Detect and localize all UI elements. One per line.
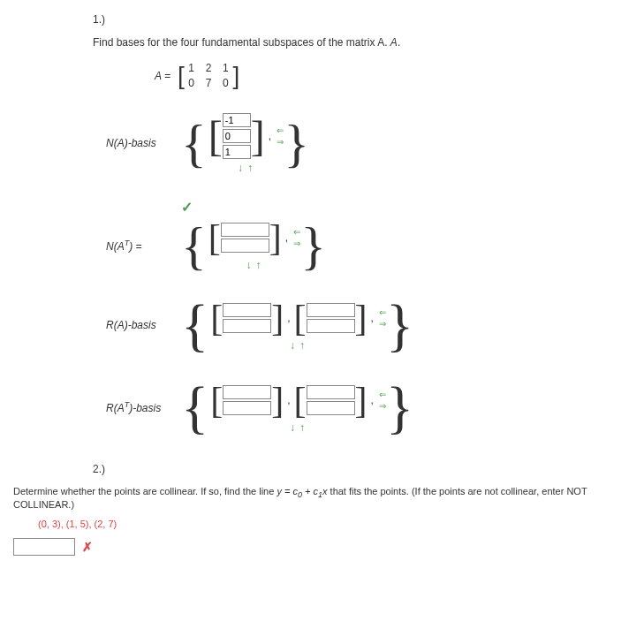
rat-basis-label: R(AT)-basis bbox=[106, 400, 181, 414]
arrow-up-icon[interactable]: ↑ bbox=[299, 339, 305, 352]
arrow-up-icon[interactable]: ↑ bbox=[247, 162, 253, 174]
bracket-left-icon: [ bbox=[178, 64, 185, 88]
arrow-left-icon[interactable]: ⇐ bbox=[293, 227, 300, 237]
matrix-definition: A = [ 1 2 1 0 7 0 ] bbox=[155, 61, 631, 91]
problem-1: 1.) Find bases for the four fundamental … bbox=[13, 13, 631, 436]
ra-v1-input-2[interactable] bbox=[223, 319, 271, 333]
na-input-1[interactable] bbox=[223, 113, 251, 127]
vec-bracket-left-icon: [ bbox=[210, 299, 223, 337]
vec-bracket-right-icon: ] bbox=[269, 219, 282, 256]
points-list: (0, 3), (1, 5), (2, 7) bbox=[38, 519, 631, 529]
curly-right-icon: } bbox=[386, 297, 413, 354]
arrow-right-icon[interactable]: ⇒ bbox=[293, 239, 300, 248]
curly-right-icon: } bbox=[386, 379, 413, 436]
arrow-down-icon[interactable]: ↓ bbox=[246, 259, 251, 271]
na-basis-label: N(A)-basis bbox=[106, 137, 181, 149]
curly-left-icon: { bbox=[181, 117, 207, 170]
vec-bracket-right-icon: ] bbox=[271, 382, 284, 419]
arrow-left-icon[interactable]: ⇐ bbox=[379, 307, 386, 317]
curly-left-icon: { bbox=[181, 219, 207, 272]
problem-1-prompt: Find bases for the four fundamental subs… bbox=[93, 36, 631, 49]
problem-2: 2.) Determine whether the points are col… bbox=[13, 463, 631, 556]
vec-bracket-left-icon: [ bbox=[294, 382, 307, 419]
arrow-up-icon[interactable]: ↑ bbox=[255, 259, 261, 271]
na-input-3[interactable] bbox=[223, 145, 251, 159]
check-icon: ✓ bbox=[181, 199, 631, 216]
ra-v2-input-2[interactable] bbox=[307, 319, 355, 333]
curly-right-icon: } bbox=[300, 219, 326, 272]
matrix-label: A = bbox=[155, 70, 170, 82]
bracket-right-icon: ] bbox=[232, 64, 239, 88]
rat-basis-row: R(AT)-basis { [ ] , [ bbox=[106, 379, 631, 436]
vec-bracket-right-icon: ] bbox=[251, 115, 265, 157]
nat-row: N(AT) = { [ ] , ⇐ ⇒ bbox=[106, 219, 631, 272]
ra-basis-row: R(A)-basis { [ ] , [ bbox=[106, 297, 631, 354]
x-icon: ✗ bbox=[82, 540, 93, 554]
arrow-right-icon[interactable]: ⇒ bbox=[379, 319, 386, 329]
problem-1-number: 1.) bbox=[93, 13, 631, 26]
rat-v1-input-2[interactable] bbox=[223, 401, 271, 415]
vec-bracket-right-icon: ] bbox=[355, 299, 367, 337]
vec-bracket-left-icon: [ bbox=[208, 115, 223, 157]
arrow-right-icon[interactable]: ⇒ bbox=[379, 401, 386, 411]
vec-bracket-left-icon: [ bbox=[208, 219, 221, 256]
vec-bracket-right-icon: ] bbox=[271, 299, 284, 337]
curly-right-icon: } bbox=[284, 117, 309, 170]
arrow-left-icon[interactable]: ⇐ bbox=[379, 390, 386, 399]
collinear-answer-input[interactable] bbox=[13, 538, 75, 556]
ra-basis-label: R(A)-basis bbox=[106, 319, 181, 331]
rat-v2-input-2[interactable] bbox=[307, 401, 355, 415]
vec-bracket-left-icon: [ bbox=[294, 299, 307, 337]
problem-2-prompt: Determine whether the points are colline… bbox=[13, 486, 631, 510]
vec-bracket-right-icon: ] bbox=[355, 382, 367, 419]
vec-bracket-left-icon: [ bbox=[210, 382, 223, 419]
rat-v1-input-1[interactable] bbox=[223, 385, 271, 399]
arrow-down-icon[interactable]: ↓ bbox=[290, 421, 295, 434]
ra-v1-input-1[interactable] bbox=[223, 303, 271, 317]
equation-text: y = c0 + c1x bbox=[277, 486, 327, 496]
curly-left-icon: { bbox=[181, 379, 208, 436]
nat-label: N(AT) = bbox=[106, 239, 181, 253]
curly-left-icon: { bbox=[181, 297, 208, 354]
arrow-left-icon[interactable]: ⇐ bbox=[277, 125, 284, 135]
arrow-up-icon[interactable]: ↑ bbox=[299, 421, 305, 434]
nat-input-1[interactable] bbox=[221, 223, 269, 237]
arrow-right-icon[interactable]: ⇒ bbox=[277, 137, 284, 147]
problem-2-number: 2.) bbox=[93, 463, 631, 475]
arrow-down-icon[interactable]: ↓ bbox=[290, 339, 295, 352]
matrix-var: A bbox=[390, 36, 398, 49]
nat-input-2[interactable] bbox=[221, 239, 269, 253]
ra-v2-input-1[interactable] bbox=[307, 303, 355, 317]
arrow-down-icon[interactable]: ↓ bbox=[238, 162, 243, 174]
rat-v2-input-1[interactable] bbox=[307, 385, 355, 399]
na-input-2[interactable] bbox=[223, 129, 251, 143]
na-basis-row: N(A)-basis { [ ] , ⇐ bbox=[106, 113, 631, 174]
